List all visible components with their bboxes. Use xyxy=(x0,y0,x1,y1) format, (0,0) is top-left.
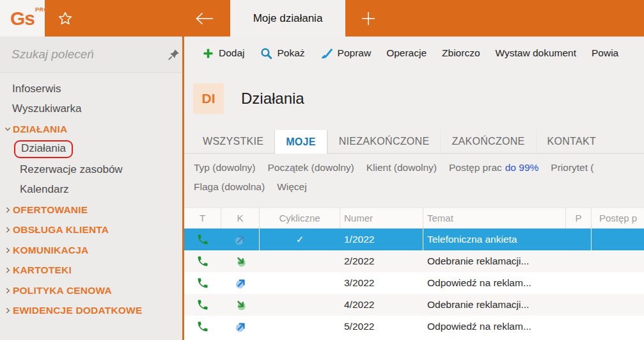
sidebar-section-ofertowanie[interactable]: OFERTOWANIE xyxy=(0,200,182,220)
filter-flaga[interactable]: Flaga (dowolna) xyxy=(194,177,265,197)
row-numer: 2/2022 xyxy=(340,250,423,272)
row-p xyxy=(566,272,592,294)
sidebar-item-label: Działania xyxy=(21,142,66,154)
row-temat: Odebranie reklamacji... xyxy=(423,250,566,272)
toolbar: Dodaj Pokaż Popraw Operacje Zbio xyxy=(184,36,644,70)
app-window: GsPRO Moje działania xyxy=(0,0,644,340)
outgoing-call-icon xyxy=(235,277,247,289)
row-postep xyxy=(592,294,644,316)
filter-wiecej[interactable]: Więcej xyxy=(277,177,307,197)
cyclic-cell xyxy=(260,272,340,294)
app-logo[interactable]: GsPRO xyxy=(0,0,45,36)
filter-klient[interactable]: Klient (dowolny) xyxy=(366,158,437,177)
view-tabs: WSZYSTKIE MOJE NIEZAKOŃCZONE ZAKOŃCZONE … xyxy=(184,130,644,154)
row-p xyxy=(566,229,592,250)
row-numer: 1/2022 xyxy=(340,229,423,250)
sidebar-section-obsluga-klienta[interactable]: OBSŁUGA KLIENTA xyxy=(0,220,182,241)
tab-kontakty[interactable]: KONTAKT xyxy=(536,130,607,153)
table-row[interactable]: 2/2022 Odebranie reklamacji... xyxy=(184,250,644,272)
page-header: DI Działania xyxy=(193,83,304,114)
col-header-temat[interactable]: Temat xyxy=(423,208,566,228)
sidebar-item-dzialania[interactable]: Działania xyxy=(0,140,182,160)
pin-icon xyxy=(168,49,180,60)
chevron-right-icon xyxy=(3,267,12,273)
table-row[interactable]: 4/2022 Odebranie reklamacji... xyxy=(184,294,644,316)
sidebar-item-rezerwacje-zasobow[interactable]: Rezerwacje zasobów xyxy=(0,159,182,180)
logo-text: GsPRO xyxy=(10,8,35,29)
row-postep xyxy=(592,250,644,272)
tab-moje[interactable]: MOJE xyxy=(274,130,327,154)
cyclic-cell xyxy=(260,250,340,272)
sidebar-item-kalendarz[interactable]: Kalendarz xyxy=(0,180,182,200)
row-p xyxy=(566,316,592,337)
cyclic-cell xyxy=(260,316,340,337)
filter-poczatek[interactable]: Początek (dowolny) xyxy=(267,158,354,177)
outgoing-call-icon xyxy=(234,234,246,246)
pin-button[interactable] xyxy=(168,48,180,61)
row-postep xyxy=(592,229,644,250)
phone-icon xyxy=(196,233,209,246)
sidebar-section-label: DZIAŁANIA xyxy=(13,124,67,135)
issue-document-menu[interactable]: Wystaw dokument xyxy=(496,47,577,59)
col-header-t[interactable]: T xyxy=(184,208,221,228)
notifications-menu[interactable]: Powia xyxy=(592,47,618,59)
filter-typ[interactable]: Typ (dowolny) xyxy=(194,158,255,177)
edit-button[interactable]: Popraw xyxy=(320,47,372,60)
search-input[interactable] xyxy=(12,47,168,61)
operations-menu[interactable]: Operacje xyxy=(386,47,427,59)
filter-value-link[interactable]: do 99% xyxy=(505,162,539,173)
col-header-k[interactable]: K xyxy=(221,208,260,228)
row-numer: 5/2022 xyxy=(340,316,423,337)
chevron-down-icon xyxy=(3,127,12,132)
row-temat: Odpowiedź na reklam... xyxy=(423,316,566,337)
col-header-numer[interactable]: Numer xyxy=(340,208,423,228)
star-icon xyxy=(58,11,73,26)
chevron-right-icon xyxy=(3,307,12,314)
cyclic-cell xyxy=(260,294,340,316)
add-icon xyxy=(203,48,214,59)
sidebar-section-ewidencje-dodatkowe[interactable]: EWIDENCJE DODATKOWE xyxy=(0,301,182,321)
filter-priorytet[interactable]: Priorytet ( xyxy=(551,158,593,177)
sidebar-section-kartoteki[interactable]: KARTOTEKI xyxy=(0,261,182,281)
table-header-row: T K Cykliczne Numer Temat P Postęp p xyxy=(184,207,644,229)
col-header-p[interactable]: P xyxy=(566,208,592,228)
row-p xyxy=(566,294,592,316)
tab-moje-dzialania[interactable]: Moje działania xyxy=(230,0,345,36)
table-row[interactable]: 5/2022 Odpowiedź na reklam... xyxy=(184,316,644,337)
filter-postep-prac[interactable]: Postęp pracdo 99% xyxy=(449,158,538,177)
sidebar-item-infoserwis[interactable]: Infoserwis xyxy=(0,79,182,99)
main-panel: Dodaj Pokaż Popraw Operacje Zbio xyxy=(182,36,644,340)
favorites-button[interactable] xyxy=(55,9,75,28)
show-button[interactable]: Pokaż xyxy=(260,47,305,60)
sidebar-section-dzialania[interactable]: DZIAŁANIA xyxy=(0,119,182,140)
chevron-right-icon xyxy=(3,207,12,213)
table-row[interactable]: 3/2022 Odpowiedź na reklam... xyxy=(184,272,644,294)
sidebar-item-wyszukiwarka[interactable]: Wyszukiwarka xyxy=(0,99,182,120)
search-icon xyxy=(260,47,272,60)
phone-icon xyxy=(196,255,209,268)
sidebar-section-komunikacja[interactable]: KOMUNIKACJA xyxy=(0,240,182,261)
tab-niezakonczone[interactable]: NIEZAKOŃCZONE xyxy=(327,130,441,153)
new-tab-button[interactable] xyxy=(356,9,381,28)
annotation-highlight: Działania xyxy=(14,140,73,158)
row-postep xyxy=(592,316,644,337)
row-postep xyxy=(592,272,644,294)
table-row[interactable]: ✓ 1/2022 Telefoniczna ankieta xyxy=(184,229,644,250)
sidebar-section-polityka-cenowa[interactable]: POLITYKA CENOWA xyxy=(0,280,182,301)
tab-title: Moje działania xyxy=(253,12,323,25)
chevron-right-icon xyxy=(3,227,12,233)
back-arrow-icon xyxy=(195,12,214,26)
col-header-cykliczne[interactable]: Cykliczne xyxy=(260,208,340,228)
phone-icon xyxy=(196,320,209,333)
col-header-postep[interactable]: Postęp p xyxy=(592,208,644,228)
chevron-right-icon xyxy=(3,247,12,254)
chevron-right-icon xyxy=(3,287,12,294)
tab-zakonczone[interactable]: ZAKOŃCZONE xyxy=(440,130,535,153)
tab-wszystkie[interactable]: WSZYSTKIE xyxy=(192,130,274,153)
back-button[interactable] xyxy=(191,9,219,28)
bulk-menu[interactable]: Zbiorczo xyxy=(442,47,480,59)
add-button[interactable]: Dodaj xyxy=(203,47,245,59)
command-search[interactable] xyxy=(0,36,182,73)
top-header-bar: GsPRO Moje działania xyxy=(0,0,644,36)
phone-icon xyxy=(196,298,209,311)
